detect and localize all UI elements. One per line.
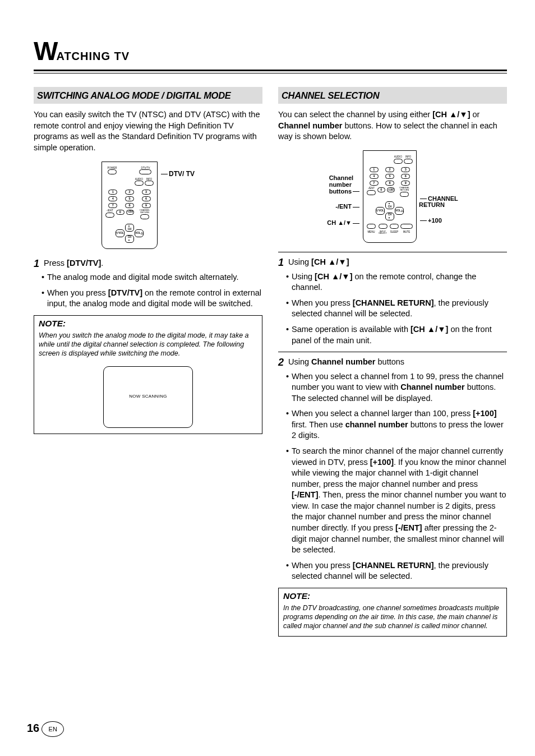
dpad-icon: ▲CH CH▼ ▽VOL VOL△	[116, 224, 144, 243]
step-text: Using	[288, 257, 311, 266]
scanning-screen-icon: NOW SCANNING	[103, 366, 193, 428]
digit-2-icon: 2	[125, 190, 134, 195]
left-bullets: The analog mode and digital mode switch …	[34, 272, 262, 310]
left-step-1: 1 Press [DTV/TV].	[34, 258, 262, 269]
title-initial: W	[34, 34, 57, 68]
chret-label: CHANNEL RETURN	[136, 210, 154, 214]
vol-up-icon: VOL△	[395, 207, 404, 215]
dtvtv-callout: DTV/ TV	[160, 169, 195, 178]
step-text: Using	[288, 357, 311, 366]
intro-text: You can select the channel by using eith…	[278, 110, 432, 119]
dpad-icon: ▲CH CH▼ ▽VOL VOL△	[376, 201, 404, 220]
scanning-text: NOW SCANNING	[129, 394, 167, 400]
ent-button-icon	[367, 190, 376, 195]
list-item: When you select a channel from 1 to 99, …	[286, 371, 507, 404]
plus100-button-icon: +100	[126, 210, 135, 215]
mute-label: MUTE	[400, 231, 413, 234]
remote-body-icon: POWER DTV/TV AUDIO INFO 123 456 789 -/EN…	[102, 162, 158, 249]
right-column: CHANNEL SELECTION You can select the cha…	[278, 87, 507, 637]
digit-3-icon: 3	[142, 190, 151, 195]
vol-down-icon: ▽VOL	[376, 207, 385, 215]
page-title: WATCHING TV	[34, 34, 507, 68]
right-intro: You can select the channel by using eith…	[278, 109, 507, 142]
digit-7-icon: 7	[370, 181, 379, 186]
list-item: When you press [CHANNEL RETURN], the pre…	[286, 560, 507, 582]
bullet-text: The analog mode and digital mode switch …	[47, 273, 239, 282]
list-item: The analog mode and digital mode switch …	[41, 272, 262, 283]
right-note: NOTE: In the DTV broadcasting, one chann…	[278, 588, 507, 637]
dtvtv-button-icon	[139, 169, 151, 174]
step-number: 2	[278, 357, 288, 368]
list-item: When you select a channel larger than 10…	[286, 408, 507, 441]
ent-callout: -/ENT	[335, 202, 361, 211]
chret-label: CHANNEL RETURN	[396, 187, 413, 192]
audio-button-icon	[394, 159, 403, 164]
digit-7-icon: 7	[108, 203, 117, 208]
step-text: buttons	[376, 357, 405, 366]
digit-0-icon: 0	[377, 187, 385, 192]
list-item: Same operation is available with [CH ▲/▼…	[286, 324, 507, 346]
digit-6-icon: 6	[142, 196, 151, 201]
list-item: When you press [CHANNEL RETURN], the pre…	[286, 298, 507, 320]
left-heading: SWITCHING ANALOG MODE / DIGITAL MODE	[34, 87, 262, 104]
language-text: EN	[49, 725, 57, 734]
dtvtv-key: [DTV/TV]	[67, 259, 101, 268]
step-number: 1	[278, 257, 288, 268]
ch-key: [CH ▲/▼]	[311, 257, 349, 266]
dtvtv-key: [DTV/TV]	[108, 288, 142, 297]
digit-8-icon: 8	[125, 203, 134, 208]
remote-figure-2: Channel number buttons -/ENT CH ▲/▼ AUDI…	[278, 150, 507, 243]
remote-figure-1: POWER DTV/TV AUDIO INFO 123 456 789 -/EN…	[34, 162, 262, 249]
digit-3-icon: 3	[401, 167, 410, 172]
left-note: NOTE: When you switch the analog mode to…	[34, 315, 262, 434]
input-label: INPUT SELECT	[377, 231, 388, 236]
vol-up-icon: VOL△	[135, 229, 144, 237]
sleep-button-icon	[390, 224, 399, 229]
step-number: 1	[34, 258, 44, 269]
right-s1-bullets: Using [CH ▲/▼] on the remote control, ch…	[278, 271, 507, 346]
divider-icon	[278, 352, 507, 352]
digit-2-icon: 2	[385, 167, 394, 172]
ch-down-icon: CH▼	[125, 235, 134, 243]
digit-9-icon: 9	[142, 203, 151, 208]
audio-button-icon	[135, 181, 144, 186]
digit-4-icon: 4	[108, 196, 117, 201]
step-text-end: .	[101, 259, 103, 268]
digit-1-icon: 1	[370, 167, 379, 172]
note-text: When you switch the analog mode to the d…	[39, 331, 257, 358]
info-label: INFO	[404, 156, 413, 159]
input-button-icon	[379, 224, 388, 229]
digit-4-icon: 4	[370, 174, 379, 179]
list-item: To search the minor channel of the major…	[286, 446, 507, 556]
chret-button-icon	[140, 214, 149, 219]
bullet-text: When you press	[47, 288, 108, 297]
menu-button-icon	[367, 224, 376, 229]
plus100-button-icon: +100	[387, 187, 395, 192]
left-intro: You can easily switch the TV (NTSC) and …	[34, 109, 262, 153]
ch-up-icon: ▲CH	[125, 224, 134, 232]
sleep-label: SLEEP	[390, 231, 399, 234]
mute-button-icon	[400, 224, 413, 229]
list-item: When you press [DTV/TV] on the remote co…	[41, 288, 262, 310]
audio-label: AUDIO	[394, 156, 403, 159]
step-text: Press	[44, 259, 67, 268]
title-rule-icon	[34, 70, 507, 73]
chnum-bold: Channel number	[278, 121, 342, 130]
language-badge: EN	[41, 721, 64, 737]
note-title: NOTE:	[283, 591, 502, 602]
remote-body-icon: AUDIO INFO 123 456 789 -/ENT 0 +100 CHAN…	[363, 150, 417, 243]
right-step-2: 2 Using Channel number buttons	[278, 357, 507, 368]
divider-icon	[278, 252, 507, 252]
power-button-icon	[108, 169, 117, 174]
chret-button-icon	[400, 192, 409, 197]
title-rest: ATCHING TV	[56, 49, 130, 64]
digit-9-icon: 9	[401, 181, 410, 186]
right-heading: CHANNEL SELECTION	[278, 87, 507, 104]
ent-button-icon	[105, 213, 114, 218]
page-number: 16	[27, 721, 39, 736]
cnb-callout: Channel number buttons	[329, 175, 361, 195]
list-item: Using [CH ▲/▼] on the remote control, ch…	[286, 271, 507, 293]
right-step-1: 1 Using [CH ▲/▼]	[278, 257, 507, 268]
digit-6-icon: 6	[401, 174, 410, 179]
digit-5-icon: 5	[385, 174, 394, 179]
